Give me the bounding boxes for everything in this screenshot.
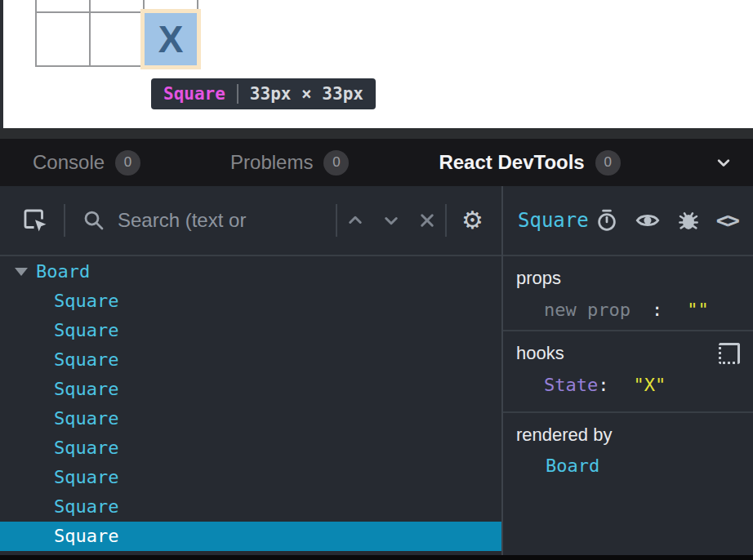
tab-console-label: Console [33, 151, 105, 174]
page-left-border [0, 0, 3, 128]
components-tree-panel: ⚙ Board Square Square Square Square Squa… [0, 186, 501, 555]
props-section: props new prop:"" [503, 256, 753, 331]
tree-item-square[interactable]: Square [0, 345, 501, 375]
component-inspector-panel: Square [501, 186, 753, 555]
tree-item-square[interactable]: Square [0, 375, 501, 404]
board-square[interactable] [145, 0, 198, 13]
component-label: Square [54, 375, 118, 404]
components-tree: Board Square Square Square Square Square… [0, 256, 501, 551]
toolbar-divider [336, 204, 337, 237]
board-square[interactable] [91, 13, 145, 67]
component-label: Square [54, 522, 118, 551]
new-prop-row[interactable]: new prop:"" [516, 300, 742, 320]
tab-console[interactable]: Console 0 [33, 150, 140, 176]
tree-item-square[interactable]: Square [0, 433, 501, 463]
chevron-down-icon[interactable] [712, 151, 735, 174]
board-square[interactable] [37, 0, 91, 13]
tab-problems-label: Problems [230, 151, 313, 174]
component-label: Board [36, 257, 90, 287]
parse-hook-names-icon[interactable] [719, 343, 740, 364]
search-input[interactable] [116, 208, 336, 233]
tictactoe-board: X [35, 0, 198, 67]
colon: : [652, 300, 662, 320]
new-prop-placeholder[interactable]: new prop [544, 300, 630, 320]
toolbar-divider [64, 204, 65, 237]
tree-item-square[interactable]: Square [0, 492, 501, 522]
problems-count-badge: 0 [323, 150, 349, 176]
tree-item-board[interactable]: Board [0, 257, 501, 287]
inspect-highlight-overlay: X [145, 13, 197, 65]
colon: : [598, 375, 608, 395]
hooks-section: hooks State:"X" [503, 331, 753, 413]
react-devtools-count-badge: 0 [595, 150, 621, 176]
rendered-by-board-link[interactable]: Board [516, 456, 742, 476]
selected-component-name: Square [518, 209, 589, 232]
window-bottom-edge [0, 555, 753, 560]
state-hook-label: State [544, 375, 598, 395]
rendered-by-section: rendered by Board [503, 413, 753, 555]
component-label: Square [54, 345, 118, 375]
tree-item-square[interactable]: Square [0, 463, 501, 492]
component-label: Square [54, 433, 118, 463]
state-hook-value[interactable]: "X" [633, 375, 666, 395]
devtools-window: X Square 33px × 33px Console 0 Problems … [0, 0, 753, 560]
hooks-title: hooks [516, 343, 742, 364]
board-square-highlighted[interactable]: X [145, 13, 198, 67]
component-label: Square [54, 404, 118, 433]
search-icon [82, 208, 106, 233]
expander-triangle-icon[interactable] [15, 268, 28, 276]
component-label: Square [54, 287, 118, 316]
tooltip-component-name: Square [163, 84, 225, 104]
devtools-tabbar: Console 0 Problems 0 React DevTools 0 [0, 139, 753, 186]
view-source-icon[interactable]: <> [716, 208, 738, 233]
tree-item-square-selected[interactable]: Square [0, 522, 501, 551]
clear-search-icon[interactable] [415, 208, 439, 233]
component-label: Square [54, 463, 118, 492]
tree-item-square[interactable]: Square [0, 287, 501, 316]
tab-react-devtools-label: React DevTools [439, 151, 584, 174]
tab-problems[interactable]: Problems 0 [230, 150, 349, 176]
next-match-icon[interactable] [379, 208, 403, 233]
inspected-page: X Square 33px × 33px [0, 0, 753, 128]
tooltip-separator [237, 84, 238, 104]
new-prop-value[interactable]: "" [687, 300, 709, 320]
props-title: props [516, 268, 742, 289]
component-label: Square [54, 492, 118, 522]
square-value: X [158, 17, 184, 61]
react-devtools-panel: ⚙ Board Square Square Square Square Squa… [0, 186, 753, 555]
tree-item-square[interactable]: Square [0, 316, 501, 345]
component-label: Square [54, 316, 118, 345]
board-square[interactable] [91, 0, 145, 13]
board-square[interactable] [37, 13, 91, 67]
tree-item-square[interactable]: Square [0, 404, 501, 433]
inspect-tooltip: Square 33px × 33px [151, 78, 376, 109]
inspect-dom-eye-icon[interactable] [635, 207, 661, 233]
log-to-console-bug-icon[interactable] [676, 208, 701, 233]
rendered-by-title: rendered by [516, 424, 742, 446]
previous-match-icon[interactable] [343, 208, 368, 233]
tab-react-devtools[interactable]: React DevTools 0 [439, 150, 620, 176]
element-picker-icon[interactable] [21, 207, 49, 234]
suspense-timer-icon[interactable] [595, 208, 619, 233]
inspector-header: Square [503, 186, 753, 256]
state-hook-row[interactable]: State:"X" [516, 375, 742, 395]
console-count-badge: 0 [115, 150, 140, 176]
toolbar-divider [445, 204, 447, 237]
inspector-actions: <> [595, 207, 738, 233]
settings-gear-icon[interactable]: ⚙ [461, 208, 483, 233]
tooltip-dimensions: 33px × 33px [250, 84, 363, 104]
components-toolbar: ⚙ [0, 186, 501, 256]
